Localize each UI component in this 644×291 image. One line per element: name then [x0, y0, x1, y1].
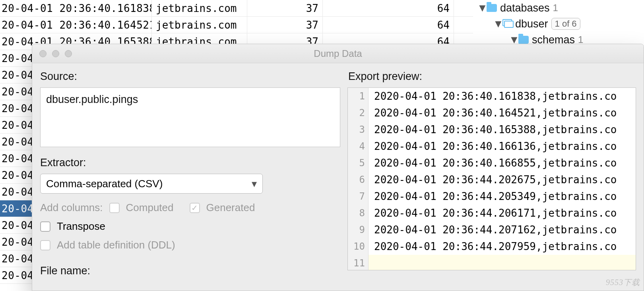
cell-b[interactable]: 64 — [323, 0, 454, 16]
transpose-label: Transpose — [57, 220, 105, 233]
cell-a[interactable]: 37 — [247, 0, 323, 16]
preview-line[interactable]: 2020-04-01 20:36:40.165388,jetbrains.co — [369, 121, 636, 138]
source-label: Source: — [40, 70, 340, 83]
dialog-title: Dump Data — [32, 48, 644, 59]
generated-checkbox: ✓ — [190, 203, 200, 213]
source-list[interactable]: dbuser.public.pings — [40, 87, 340, 147]
table-row[interactable]: 20-04-01 20:36:40.161838jetbrains.com376… — [0, 0, 473, 17]
database-icon — [502, 19, 512, 29]
cell-host[interactable]: jetbrains.com — [152, 0, 247, 16]
dump-data-dialog: Dump Data Source: dbuser.public.pings Ex… — [32, 44, 644, 291]
gutter-line: 6 — [348, 171, 368, 188]
add-columns-row: Add columns: Computed ✓ Generated — [40, 202, 340, 214]
cell-b[interactable]: 64 — [323, 17, 454, 33]
extractor-label: Extractor: — [40, 157, 340, 169]
filename-label: File name: — [40, 265, 340, 277]
table-row[interactable]: 20-04-01 20:36:40.164521jetbrains.com376… — [0, 17, 473, 33]
preview-code[interactable]: 2020-04-01 20:36:40.161838,jetbrains.co2… — [369, 88, 636, 270]
ddl-checkbox — [40, 240, 50, 250]
extractor-select[interactable]: Comma-separated (CSV) ▾ — [40, 174, 263, 194]
computed-label: Computed — [126, 202, 174, 214]
cell-timestamp[interactable]: 20-04-01 20:36:40.161838 — [0, 0, 152, 16]
preview-line[interactable]: 2020-04-01 20:36:44.207162,jetbrains.co — [369, 221, 636, 238]
gutter-line: 1 — [348, 88, 368, 105]
tree-badge: 1 of 6 — [551, 18, 580, 30]
source-item[interactable]: dbuser.public.pings — [46, 93, 334, 106]
transpose-checkbox[interactable] — [40, 221, 50, 232]
cell-host[interactable]: jetbrains.com — [152, 17, 247, 33]
chevron-down-icon: ▼ — [493, 18, 499, 30]
folder-icon — [487, 4, 497, 12]
preview-label: Export preview: — [348, 70, 644, 83]
tree-label: databases — [500, 2, 550, 14]
gutter-line: 4 — [348, 138, 368, 155]
export-preview[interactable]: 1234567891011 2020-04-01 20:36:40.161838… — [347, 87, 636, 270]
gutter-line: 3 — [348, 121, 368, 138]
chevron-down-icon: ▼ — [477, 2, 483, 14]
gutter-line: 7 — [348, 188, 368, 205]
preview-line[interactable]: 2020-04-01 20:36:40.166136,jetbrains.co — [369, 138, 636, 155]
cell-timestamp[interactable]: 20-04-01 20:36:40.164521 — [0, 17, 152, 33]
transpose-row[interactable]: Transpose — [40, 220, 340, 233]
gutter-line: 10 — [348, 238, 368, 255]
preview-line[interactable]: 2020-04-01 20:36:40.166855,jetbrains.co — [369, 155, 636, 171]
extractor-value: Comma-separated (CSV) — [46, 178, 163, 190]
preview-line[interactable]: 2020-04-01 20:36:40.164521,jetbrains.co — [369, 105, 636, 121]
ddl-label: Add table definition (DDL) — [57, 239, 175, 251]
watermark: 9553下载 — [606, 277, 640, 288]
database-tree[interactable]: ▼ databases 1 ▼ dbuser 1 of 6 ▼ schemas … — [473, 0, 644, 48]
preview-line[interactable]: 2020-04-01 20:36:44.206171,jetbrains.co — [369, 205, 636, 221]
tree-item-dbuser[interactable]: ▼ dbuser 1 of 6 — [473, 16, 644, 32]
tree-label: dbuser — [515, 18, 548, 30]
folder-icon — [518, 36, 529, 44]
preview-line[interactable]: 2020-04-01 20:36:44.202675,jetbrains.co — [369, 171, 636, 188]
dialog-titlebar[interactable]: Dump Data — [32, 44, 644, 63]
cell-a[interactable]: 37 — [247, 17, 323, 33]
ddl-row: Add table definition (DDL) — [40, 239, 340, 251]
gutter-line: 5 — [348, 155, 368, 171]
gutter-line: 9 — [348, 221, 368, 238]
gutter-line: 11 — [348, 255, 368, 272]
gutter-line: 8 — [348, 205, 368, 221]
preview-line[interactable]: 2020-04-01 20:36:40.161838,jetbrains.co — [369, 88, 636, 105]
computed-checkbox — [109, 203, 120, 213]
preview-line[interactable]: 2020-04-01 20:36:44.207959,jetbrains.co — [369, 238, 636, 255]
chevron-down-icon: ▾ — [252, 178, 257, 190]
tree-item-databases[interactable]: ▼ databases 1 — [473, 0, 644, 16]
add-columns-label: Add columns: — [40, 202, 103, 214]
preview-line[interactable]: 2020-04-01 20:36:44.205349,jetbrains.co — [369, 188, 636, 205]
generated-label: Generated — [206, 202, 255, 214]
gutter-line: 2 — [348, 105, 368, 121]
preview-line[interactable] — [369, 255, 636, 270]
tree-count: 1 — [553, 2, 558, 14]
preview-gutter: 1234567891011 — [348, 88, 369, 270]
